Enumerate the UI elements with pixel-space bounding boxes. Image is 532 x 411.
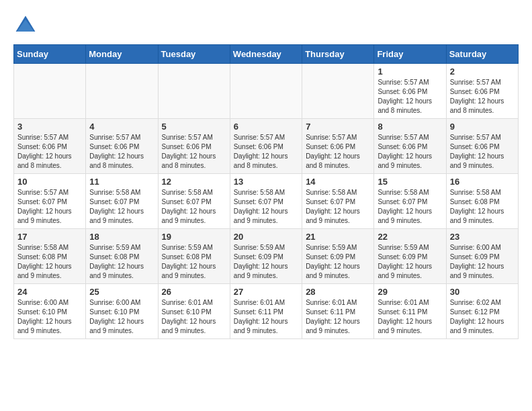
- day-number: 7: [306, 122, 370, 132]
- day-header-thursday: Thursday: [302, 45, 374, 64]
- calendar-cell: 24Sunrise: 6:00 AM Sunset: 6:10 PM Dayli…: [14, 284, 86, 339]
- day-detail: Sunrise: 5:58 AM Sunset: 6:08 PM Dayligh…: [450, 188, 515, 226]
- calendar-cell: 26Sunrise: 6:01 AM Sunset: 6:10 PM Dayli…: [158, 284, 230, 339]
- day-number: 22: [378, 232, 442, 242]
- day-number: 26: [162, 287, 226, 297]
- calendar-cell: 30Sunrise: 6:02 AM Sunset: 6:12 PM Dayli…: [446, 284, 518, 339]
- calendar-header-row: SundayMondayTuesdayWednesdayThursdayFrid…: [14, 45, 519, 64]
- calendar-cell: 13Sunrise: 5:58 AM Sunset: 6:07 PM Dayli…: [230, 174, 302, 229]
- day-detail: Sunrise: 5:58 AM Sunset: 6:07 PM Dayligh…: [89, 188, 154, 226]
- day-detail: Sunrise: 6:00 AM Sunset: 6:10 PM Dayligh…: [17, 298, 82, 336]
- day-number: 25: [89, 287, 154, 297]
- day-detail: Sunrise: 5:57 AM Sunset: 6:06 PM Dayligh…: [378, 133, 442, 171]
- calendar-week-5: 24Sunrise: 6:00 AM Sunset: 6:10 PM Dayli…: [14, 284, 519, 339]
- day-detail: Sunrise: 5:58 AM Sunset: 6:07 PM Dayligh…: [378, 188, 442, 226]
- calendar-cell: 19Sunrise: 5:59 AM Sunset: 6:08 PM Dayli…: [158, 229, 230, 284]
- calendar-week-2: 3Sunrise: 5:57 AM Sunset: 6:06 PM Daylig…: [14, 119, 519, 174]
- calendar-cell: [86, 64, 158, 119]
- calendar-cell: 8Sunrise: 5:57 AM Sunset: 6:06 PM Daylig…: [374, 119, 446, 174]
- calendar-cell: 27Sunrise: 6:01 AM Sunset: 6:11 PM Dayli…: [230, 284, 302, 339]
- calendar-cell: 6Sunrise: 5:57 AM Sunset: 6:06 PM Daylig…: [230, 119, 302, 174]
- day-number: 24: [17, 287, 82, 297]
- day-detail: Sunrise: 5:59 AM Sunset: 6:09 PM Dayligh…: [234, 243, 298, 281]
- day-detail: Sunrise: 5:57 AM Sunset: 6:06 PM Dayligh…: [378, 78, 442, 116]
- day-number: 5: [162, 122, 226, 132]
- page-header: [13, 13, 519, 38]
- logo-icon: [13, 13, 38, 38]
- day-detail: Sunrise: 6:01 AM Sunset: 6:11 PM Dayligh…: [378, 298, 442, 336]
- calendar-cell: [14, 64, 86, 119]
- day-header-saturday: Saturday: [446, 45, 518, 64]
- day-detail: Sunrise: 6:01 AM Sunset: 6:10 PM Dayligh…: [162, 298, 226, 336]
- day-number: 27: [234, 287, 298, 297]
- day-detail: Sunrise: 5:59 AM Sunset: 6:09 PM Dayligh…: [378, 243, 442, 281]
- day-detail: Sunrise: 5:57 AM Sunset: 6:06 PM Dayligh…: [234, 133, 298, 171]
- day-detail: Sunrise: 5:59 AM Sunset: 6:08 PM Dayligh…: [89, 243, 154, 281]
- day-detail: Sunrise: 5:57 AM Sunset: 6:06 PM Dayligh…: [17, 133, 82, 171]
- calendar-week-1: 1Sunrise: 5:57 AM Sunset: 6:06 PM Daylig…: [14, 64, 519, 119]
- day-header-sunday: Sunday: [14, 45, 86, 64]
- day-detail: Sunrise: 6:02 AM Sunset: 6:12 PM Dayligh…: [450, 298, 515, 336]
- day-header-monday: Monday: [86, 45, 158, 64]
- calendar-cell: [158, 64, 230, 119]
- day-header-friday: Friday: [374, 45, 446, 64]
- day-detail: Sunrise: 5:58 AM Sunset: 6:07 PM Dayligh…: [162, 188, 226, 226]
- day-detail: Sunrise: 5:57 AM Sunset: 6:06 PM Dayligh…: [162, 133, 226, 171]
- day-detail: Sunrise: 5:58 AM Sunset: 6:08 PM Dayligh…: [17, 243, 82, 281]
- day-detail: Sunrise: 5:59 AM Sunset: 6:09 PM Dayligh…: [306, 243, 370, 281]
- calendar-cell: 10Sunrise: 5:57 AM Sunset: 6:07 PM Dayli…: [14, 174, 86, 229]
- day-number: 11: [89, 177, 154, 187]
- day-number: 17: [17, 232, 82, 242]
- day-detail: Sunrise: 5:57 AM Sunset: 6:07 PM Dayligh…: [17, 188, 82, 226]
- calendar-cell: 9Sunrise: 5:57 AM Sunset: 6:06 PM Daylig…: [446, 119, 518, 174]
- day-number: 19: [162, 232, 226, 242]
- logo: [13, 13, 42, 38]
- calendar-cell: 1Sunrise: 5:57 AM Sunset: 6:06 PM Daylig…: [374, 64, 446, 119]
- calendar-cell: 29Sunrise: 6:01 AM Sunset: 6:11 PM Dayli…: [374, 284, 446, 339]
- day-number: 14: [306, 177, 370, 187]
- day-detail: Sunrise: 5:57 AM Sunset: 6:06 PM Dayligh…: [450, 133, 515, 171]
- calendar-week-4: 17Sunrise: 5:58 AM Sunset: 6:08 PM Dayli…: [14, 229, 519, 284]
- day-number: 28: [306, 287, 370, 297]
- calendar-cell: 20Sunrise: 5:59 AM Sunset: 6:09 PM Dayli…: [230, 229, 302, 284]
- day-number: 4: [89, 122, 154, 132]
- day-detail: Sunrise: 6:01 AM Sunset: 6:11 PM Dayligh…: [234, 298, 298, 336]
- calendar-cell: 21Sunrise: 5:59 AM Sunset: 6:09 PM Dayli…: [302, 229, 374, 284]
- day-number: 23: [450, 232, 515, 242]
- calendar-cell: 16Sunrise: 5:58 AM Sunset: 6:08 PM Dayli…: [446, 174, 518, 229]
- day-number: 30: [450, 287, 515, 297]
- calendar-cell: 22Sunrise: 5:59 AM Sunset: 6:09 PM Dayli…: [374, 229, 446, 284]
- day-number: 12: [162, 177, 226, 187]
- day-detail: Sunrise: 5:57 AM Sunset: 6:06 PM Dayligh…: [306, 133, 370, 171]
- day-detail: Sunrise: 5:58 AM Sunset: 6:07 PM Dayligh…: [234, 188, 298, 226]
- calendar-cell: [302, 64, 374, 119]
- calendar-cell: 3Sunrise: 5:57 AM Sunset: 6:06 PM Daylig…: [14, 119, 86, 174]
- day-number: 1: [378, 66, 442, 77]
- calendar-cell: 23Sunrise: 6:00 AM Sunset: 6:09 PM Dayli…: [446, 229, 518, 284]
- calendar: SundayMondayTuesdayWednesdayThursdayFrid…: [13, 44, 519, 339]
- calendar-week-3: 10Sunrise: 5:57 AM Sunset: 6:07 PM Dayli…: [14, 174, 519, 229]
- calendar-cell: 15Sunrise: 5:58 AM Sunset: 6:07 PM Dayli…: [374, 174, 446, 229]
- day-number: 16: [450, 177, 515, 187]
- calendar-cell: 2Sunrise: 5:57 AM Sunset: 6:06 PM Daylig…: [446, 64, 518, 119]
- day-number: 29: [378, 287, 442, 297]
- day-number: 13: [234, 177, 298, 187]
- calendar-cell: [230, 64, 302, 119]
- day-detail: Sunrise: 6:00 AM Sunset: 6:10 PM Dayligh…: [89, 298, 154, 336]
- day-number: 20: [234, 232, 298, 242]
- day-header-tuesday: Tuesday: [158, 45, 230, 64]
- calendar-cell: 11Sunrise: 5:58 AM Sunset: 6:07 PM Dayli…: [86, 174, 158, 229]
- day-number: 15: [378, 177, 442, 187]
- calendar-cell: 4Sunrise: 5:57 AM Sunset: 6:06 PM Daylig…: [86, 119, 158, 174]
- day-detail: Sunrise: 6:01 AM Sunset: 6:11 PM Dayligh…: [306, 298, 370, 336]
- calendar-cell: 14Sunrise: 5:58 AM Sunset: 6:07 PM Dayli…: [302, 174, 374, 229]
- day-header-wednesday: Wednesday: [230, 45, 302, 64]
- calendar-cell: 28Sunrise: 6:01 AM Sunset: 6:11 PM Dayli…: [302, 284, 374, 339]
- day-number: 9: [450, 122, 515, 132]
- calendar-cell: 12Sunrise: 5:58 AM Sunset: 6:07 PM Dayli…: [158, 174, 230, 229]
- calendar-cell: 18Sunrise: 5:59 AM Sunset: 6:08 PM Dayli…: [86, 229, 158, 284]
- day-detail: Sunrise: 5:57 AM Sunset: 6:06 PM Dayligh…: [450, 78, 515, 116]
- day-number: 3: [17, 122, 82, 132]
- day-number: 21: [306, 232, 370, 242]
- calendar-cell: 7Sunrise: 5:57 AM Sunset: 6:06 PM Daylig…: [302, 119, 374, 174]
